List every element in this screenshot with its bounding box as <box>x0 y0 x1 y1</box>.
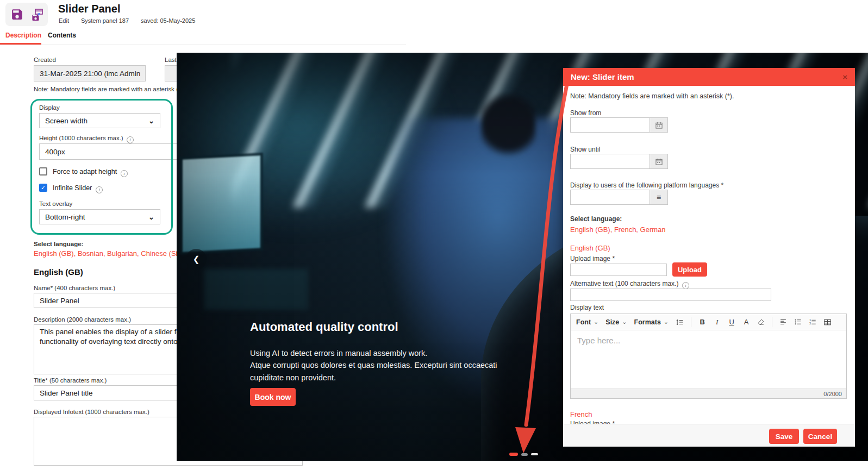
bullet-list-button[interactable] <box>794 318 802 325</box>
save-button[interactable]: Save <box>769 429 799 444</box>
table-button[interactable] <box>823 318 832 326</box>
font-dropdown[interactable]: Font⌄ <box>576 318 598 326</box>
infotext-label: Displayed Infotext (1000 characters max.… <box>34 409 149 415</box>
text-overlay-select-value: Bottom-right <box>45 213 85 221</box>
slide-body-text: Using AI to detect errors in manual asse… <box>250 347 522 384</box>
dialog-title: New: Slider item <box>571 72 634 82</box>
list-icon: ≡ <box>657 193 661 202</box>
save-icon[interactable] <box>10 8 24 21</box>
info-icon[interactable]: i <box>121 170 128 177</box>
italic-button[interactable]: I <box>713 318 721 327</box>
svg-text:1: 1 <box>809 318 811 322</box>
save-and-close-icon[interactable] <box>29 8 43 22</box>
description-label: Description (2000 characters max.) <box>34 316 131 323</box>
chevron-down-icon: ⌄ <box>594 318 598 325</box>
meta-edit: Edit <box>59 17 69 24</box>
upload-image-field[interactable] <box>570 264 667 276</box>
info-icon[interactable]: i <box>127 136 134 143</box>
slide-heading: Automated quality control <box>250 320 398 334</box>
dialog-select-language-label: Select language: <box>570 215 622 223</box>
formats-dropdown[interactable]: Formats⌄ <box>634 318 669 326</box>
alt-text-field[interactable] <box>570 289 771 301</box>
slider-dot[interactable] <box>521 453 528 456</box>
chevron-down-icon: ⌄ <box>148 213 154 221</box>
dialog-footer: Save Cancel <box>563 424 855 447</box>
display-text-label: Display text <box>570 304 604 311</box>
created-field <box>34 65 146 82</box>
show-from-field[interactable] <box>570 117 650 133</box>
slider-prev-button[interactable]: ❮ <box>186 249 207 270</box>
display-select[interactable]: Screen width ⌄ <box>39 113 160 128</box>
calendar-icon <box>655 122 663 129</box>
force-adapt-height-label: Force to adapt height i <box>53 168 128 177</box>
line-height-button[interactable] <box>676 318 684 326</box>
tab-divider <box>0 45 406 45</box>
calendar-icon <box>655 158 663 165</box>
book-now-button[interactable]: Book now <box>250 388 296 406</box>
numbered-list-icon: 12 <box>809 318 816 325</box>
language-section-heading: English (GB) <box>34 267 83 277</box>
info-icon[interactable]: i <box>96 186 103 193</box>
show-until-label: Show until <box>570 146 600 153</box>
eraser-icon <box>757 318 765 325</box>
toolbar-separator <box>691 317 691 327</box>
alt-text-label: Alternative text (100 characters max.) i <box>570 280 689 289</box>
text-overlay-select[interactable]: Bottom-right ⌄ <box>39 209 160 224</box>
display-label: Display <box>39 104 60 111</box>
align-left-button[interactable] <box>779 318 787 325</box>
show-from-label: Show from <box>570 109 601 117</box>
clear-formatting-button[interactable] <box>757 318 765 325</box>
slider-dot[interactable] <box>531 453 538 455</box>
info-icon[interactable]: i <box>682 282 689 289</box>
mandatory-note: Note: Mandatory fields are marked with a… <box>34 86 178 92</box>
numbered-list-button[interactable]: 12 <box>809 318 816 325</box>
platform-languages-list-button[interactable]: ≡ <box>650 190 668 205</box>
upload-image-label: Upload image * <box>570 255 615 262</box>
text-overlay-label: Text overlay <box>39 200 72 207</box>
force-adapt-height-checkbox[interactable] <box>39 167 47 176</box>
svg-text:2: 2 <box>809 322 811 325</box>
rich-text-editor: Font⌄ Size⌄ Formats⌄ B I U A <box>570 314 847 399</box>
header-action-bar <box>5 3 48 26</box>
chevron-down-icon: ⌄ <box>148 117 154 125</box>
line-height-icon <box>676 318 684 326</box>
title-label: Title* (50 characters max.) <box>34 377 107 384</box>
language-links[interactable]: English (GB), Bosnian, Bulgarian, Chines… <box>34 249 177 258</box>
font-color-button[interactable]: A <box>742 318 750 326</box>
rte-toolbar: Font⌄ Size⌄ Formats⌄ B I U A <box>571 314 846 330</box>
meta-saved: saved: 05-May-2025 <box>141 17 195 24</box>
table-icon <box>823 318 832 326</box>
align-left-icon <box>779 318 787 325</box>
bullet-list-icon <box>794 318 802 325</box>
slider-dot-active[interactable] <box>509 453 518 456</box>
slider-dots <box>509 453 538 456</box>
height-label: Height (1000 characters max.) i <box>39 135 134 143</box>
page: Slider Panel Edit System panel 187 saved… <box>0 0 868 470</box>
infinite-slider-checkbox[interactable]: ✓ <box>39 184 47 192</box>
platform-languages-label: Display to users of the following platfo… <box>570 181 723 189</box>
tab-description[interactable]: Description <box>5 32 41 39</box>
platform-languages-field[interactable] <box>570 190 650 205</box>
display-select-value: Screen width <box>45 117 88 125</box>
section-french[interactable]: French <box>570 410 592 418</box>
breadcrumb: Edit System panel 187 saved: 05-May-2025 <box>59 17 195 24</box>
upload-button[interactable]: Upload <box>672 262 707 277</box>
bold-button[interactable]: B <box>698 318 706 326</box>
close-icon[interactable]: × <box>842 72 847 82</box>
tab-contents[interactable]: Contents <box>48 32 76 39</box>
rte-content-area[interactable]: Type here... <box>571 330 846 388</box>
dialog-language-links[interactable]: English (GB), French, German <box>570 225 666 234</box>
select-language-label: Select language: <box>34 241 83 247</box>
infinite-slider-label: Infinite Slider i <box>53 184 103 193</box>
cancel-button[interactable]: Cancel <box>803 429 837 444</box>
dialog-mandatory-note: Note: Mandatory fields are marked with a… <box>570 92 734 100</box>
show-until-calendar-button[interactable] <box>650 154 668 169</box>
page-title: Slider Panel <box>58 3 121 15</box>
show-from-calendar-button[interactable] <box>650 117 668 133</box>
underline-button[interactable]: U <box>728 318 735 326</box>
toolbar-separator <box>772 317 772 327</box>
show-until-field[interactable] <box>570 154 650 169</box>
section-english-gb[interactable]: English (GB) <box>570 244 610 252</box>
size-dropdown[interactable]: Size⌄ <box>605 318 627 326</box>
character-counter: 0/2000 <box>823 391 842 397</box>
